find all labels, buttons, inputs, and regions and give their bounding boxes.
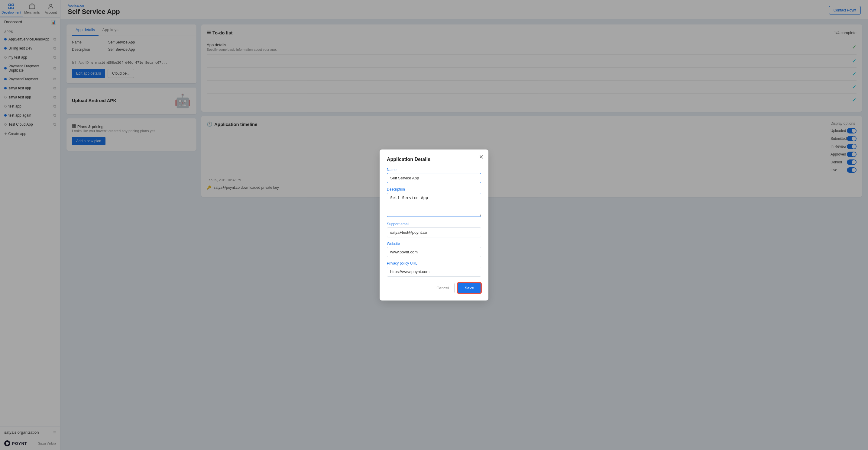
modal-overlay: Application Details ✕ Name Description S… <box>0 0 868 450</box>
modal-desc-field: Description Self Service App <box>387 187 481 218</box>
modal-privacy-input[interactable] <box>387 267 481 277</box>
modal-website-input[interactable] <box>387 247 481 257</box>
modal-title: Application Details <box>387 157 481 162</box>
modal-actions: Cancel Save <box>387 283 481 293</box>
modal-desc-input[interactable]: Self Service App <box>387 193 481 217</box>
modal-name-field: Name <box>387 168 481 183</box>
modal-name-label: Name <box>387 168 481 172</box>
modal-desc-label: Description <box>387 187 481 191</box>
save-button[interactable]: Save <box>458 283 481 293</box>
modal-email-field: Support email <box>387 222 481 237</box>
modal-website-label: Website <box>387 242 481 246</box>
application-details-modal: Application Details ✕ Name Description S… <box>380 150 488 300</box>
modal-name-input[interactable] <box>387 173 481 183</box>
modal-privacy-label: Privacy policy URL <box>387 261 481 265</box>
modal-close-button[interactable]: ✕ <box>479 154 484 160</box>
modal-privacy-field: Privacy policy URL <box>387 261 481 277</box>
modal-website-field: Website <box>387 242 481 257</box>
cancel-button[interactable]: Cancel <box>431 283 454 293</box>
modal-email-input[interactable] <box>387 227 481 237</box>
modal-email-label: Support email <box>387 222 481 226</box>
